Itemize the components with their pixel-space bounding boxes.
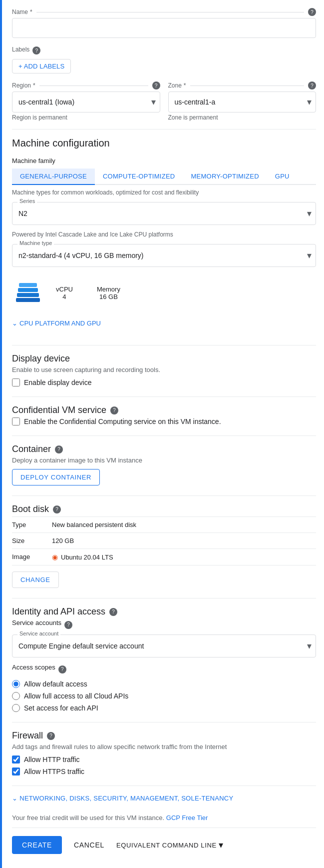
radio-allow-default-input[interactable]: [12, 680, 20, 688]
confidential-vm-section: Confidential VM service ? Enable the Con…: [12, 405, 316, 426]
memory-spec: Memory 16 GB: [97, 286, 120, 300]
vcpu-value: 4: [62, 293, 66, 300]
firewall-title: Firewall ?: [12, 730, 316, 741]
container-desc: Deploy a container image to this VM inst…: [12, 456, 316, 464]
display-device-checkbox[interactable]: [12, 378, 20, 386]
http-traffic-checkbox[interactable]: [12, 756, 20, 764]
radio-allow-default-label: Allow default access: [24, 680, 87, 688]
equiv-cmd-label: EQUIVALENT COMMAND LINE: [116, 842, 217, 849]
confidential-vm-help-icon[interactable]: ?: [110, 406, 118, 414]
name-help-icon[interactable]: ?: [308, 8, 316, 16]
http-traffic-row: Allow HTTP traffic: [12, 756, 316, 764]
series-hint: Powered by Intel Cascade Lake and Ice La…: [12, 231, 316, 238]
chevron-down-networking-icon: ⌄: [12, 794, 17, 802]
tab-compute-optimized[interactable]: COMPUTE-OPTIMIZED: [95, 168, 183, 185]
region-help-icon[interactable]: ?: [152, 82, 160, 90]
labels-help-icon[interactable]: ?: [32, 46, 40, 54]
bottom-bar: CREATE CANCEL EQUIVALENT COMMAND LINE ▾: [12, 828, 316, 854]
series-select-group: Series N2 ▾: [12, 202, 316, 225]
radio-full-access: Allow full access to all Cloud APIs: [12, 692, 316, 700]
boot-disk-image-row: Image ◉ Ubuntu 20.04 LTS: [12, 549, 316, 566]
create-button[interactable]: CREATE: [12, 836, 62, 854]
tab-memory-optimized[interactable]: MEMORY-OPTIMIZED: [183, 168, 267, 185]
boot-disk-section: Boot disk ? Type New balanced persistent…: [12, 504, 316, 588]
boot-disk-type-key: Type: [12, 521, 52, 528]
equivalent-command-line-button[interactable]: EQUIVALENT COMMAND LINE ▾: [116, 840, 224, 850]
boot-disk-help-icon[interactable]: ?: [53, 506, 61, 514]
https-traffic-label: Allow HTTPS traffic: [24, 768, 84, 776]
networking-expand-label: NETWORKING, DISKS, SECURITY, MANAGEMENT,…: [19, 794, 233, 802]
zone-select[interactable]: us-central1-a: [169, 92, 316, 112]
service-account-select-group: Service account Compute Engine default s…: [12, 634, 316, 658]
zone-label: Zone: [168, 82, 182, 89]
tab-general-purpose[interactable]: GENERAL-PURPOSE: [12, 168, 95, 185]
container-help-icon[interactable]: ?: [55, 446, 63, 454]
service-accounts-label: Service accounts: [12, 619, 61, 626]
machine-info-row: vCPU 4 Memory 16 GB: [12, 273, 316, 313]
boot-disk-image-key: Image: [12, 553, 52, 561]
identity-api-title: Identity and API access ?: [12, 606, 316, 617]
confidential-vm-checkbox-label: Enable the Confidential Computing servic…: [24, 418, 221, 426]
machine-spec: vCPU 4 Memory 16 GB: [56, 286, 120, 300]
boot-disk-size-key: Size: [12, 537, 52, 544]
machine-config-title: Machine configuration: [12, 138, 316, 149]
radio-allow-default: Allow default access: [12, 680, 316, 688]
boot-disk-size-val: 120 GB: [52, 537, 74, 544]
zone-help-icon[interactable]: ?: [308, 82, 316, 90]
boot-disk-table: Type New balanced persistent disk Size 1…: [12, 516, 316, 566]
service-account-select[interactable]: Compute Engine default service account: [12, 635, 316, 657]
cpu-platform-link[interactable]: ⌄ CPU PLATFORM AND GPU: [12, 320, 101, 327]
equiv-cmd-dropdown-icon: ▾: [219, 840, 224, 850]
display-device-checkbox-label: Enable display device: [24, 378, 91, 386]
service-accounts-help-icon[interactable]: ?: [64, 621, 72, 629]
ubuntu-shield-icon: ◉: [52, 553, 58, 561]
region-select[interactable]: us-central1 (Iowa): [12, 92, 160, 112]
svg-rect-3: [19, 283, 37, 287]
zone-hint: Zone is permanent: [168, 114, 317, 121]
display-device-title: Display device: [12, 354, 316, 364]
boot-disk-change-button[interactable]: CHANGE: [12, 572, 59, 588]
add-labels-button[interactable]: + ADD LABELS: [12, 59, 71, 74]
machine-icon: [12, 277, 44, 309]
networking-expand-link[interactable]: ⌄ NETWORKING, DISKS, SECURITY, MANAGEMEN…: [12, 794, 233, 802]
firewall-help-icon[interactable]: ?: [47, 732, 55, 740]
vcpu-label: vCPU: [56, 286, 73, 293]
machine-type-select[interactable]: n2-standard-4 (4 vCPU, 16 GB memory): [12, 244, 316, 266]
region-hint: Region is permanent: [12, 114, 160, 121]
confidential-vm-checkbox-row: Enable the Confidential Computing servic…: [12, 418, 316, 426]
labels-label: Labels: [12, 46, 29, 53]
machine-type-label: Machine type: [17, 240, 54, 246]
name-field-group: Name * ? chatwoot: [12, 8, 316, 38]
svg-rect-0: [16, 298, 40, 302]
boot-disk-type-val: New balanced persistent disk: [52, 521, 136, 528]
zone-col: Zone * ? us-central1-a ▾ Zone is permane…: [168, 82, 317, 121]
access-scopes-help-icon[interactable]: ?: [58, 666, 66, 674]
svg-rect-2: [18, 288, 38, 292]
machine-type-select-group: Machine type n2-standard-4 (4 vCPU, 16 G…: [12, 244, 316, 267]
cancel-button[interactable]: CANCEL: [70, 836, 108, 854]
cpu-platform-label: CPU PLATFORM AND GPU: [19, 320, 101, 327]
identity-api-help-icon[interactable]: ?: [109, 608, 117, 616]
tab-gpu[interactable]: GPU: [267, 168, 298, 185]
name-input[interactable]: chatwoot: [12, 18, 316, 38]
radio-full-access-input[interactable]: [12, 692, 20, 700]
service-account-field-label: Service account: [17, 630, 60, 636]
gcp-free-tier-link[interactable]: GCP Free Tier: [166, 814, 208, 822]
http-traffic-label: Allow HTTP traffic: [24, 756, 80, 764]
boot-disk-title: Boot disk ?: [12, 504, 316, 514]
name-label: Name: [12, 8, 28, 16]
deploy-container-button[interactable]: DEPLOY CONTAINER: [12, 469, 100, 486]
https-traffic-checkbox[interactable]: [12, 768, 20, 776]
machine-family-label: Machine family: [12, 157, 316, 164]
name-required: *: [30, 8, 32, 16]
region-zone-row: Region * ? us-central1 (Iowa) ▾ Region i…: [12, 82, 316, 121]
networking-expand-row: ⌄ NETWORKING, DISKS, SECURITY, MANAGEMEN…: [12, 794, 316, 808]
radio-each-api: Set access for each API: [12, 704, 316, 712]
series-select[interactable]: N2: [12, 202, 316, 224]
radio-each-api-input[interactable]: [12, 704, 20, 712]
labels-group: Labels ? + ADD LABELS: [12, 46, 316, 74]
confidential-vm-checkbox[interactable]: [12, 418, 20, 426]
region-label: Region: [12, 82, 31, 89]
display-device-checkbox-row: Enable display device: [12, 378, 316, 386]
boot-disk-image-val: ◉ Ubuntu 20.04 LTS: [52, 553, 113, 561]
